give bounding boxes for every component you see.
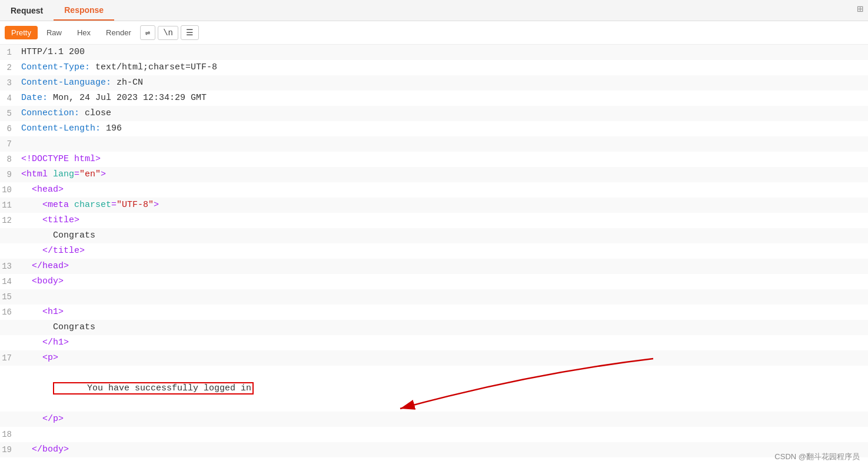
- code-line-8: 8 <!DOCTYPE html>: [0, 152, 868, 167]
- html-attr-val: "UTF-8": [117, 200, 154, 210]
- html-tag: </body>: [21, 444, 69, 454]
- line-num-7: 7: [0, 136, 19, 152]
- header-key: Date:: [21, 93, 53, 103]
- toolbar: Pretty Raw Hex Render ⇌ \n ☰: [0, 21, 868, 45]
- code-line-16c: 16 </h1>: [0, 335, 868, 350]
- code-area: 1 HTTP/1.1 200 2 Content-Type: text/html…: [0, 45, 868, 468]
- line-content-15: [19, 289, 868, 305]
- wrap-icon: ⇌: [145, 28, 150, 38]
- header-val: text/html;charset=UTF-8: [95, 62, 217, 72]
- code-line-12c: 12 </title>: [0, 243, 868, 259]
- wrap-button[interactable]: ⇌: [140, 25, 155, 40]
- code-line-12b: 12 Congrats: [0, 228, 868, 243]
- grid-icon[interactable]: ⊞: [857, 2, 863, 15]
- tab-request[interactable]: Request: [0, 1, 54, 20]
- line-num-18: 18: [0, 427, 19, 442]
- header-key: Connection:: [21, 108, 85, 118]
- line-content-12c: </title>: [19, 243, 868, 259]
- text-content: Congrats: [21, 322, 95, 332]
- line-content-5: Connection: close: [19, 106, 868, 121]
- code-line-13: 13 </head>: [0, 259, 868, 274]
- code-line-18: 18: [0, 427, 868, 442]
- line-content-17: <p>: [19, 350, 868, 366]
- line-num-6: 6: [0, 121, 19, 136]
- header-val: Mon, 24 Jul 2023 12:34:29 GMT: [53, 93, 207, 103]
- code-line-16b: 16 Congrats: [0, 320, 868, 335]
- line-content-16c: </h1>: [19, 335, 868, 350]
- html-attr: lang: [53, 169, 74, 179]
- line-num-13: 13: [0, 259, 19, 274]
- html-tag: <!DOCTYPE html>: [21, 154, 101, 164]
- line-content-18: [19, 427, 868, 442]
- tab-bar: Request Response: [0, 0, 868, 21]
- hex-button[interactable]: Hex: [71, 26, 97, 39]
- tab-response[interactable]: Response: [54, 1, 114, 21]
- watermark: CSDN @翻斗花园程序员: [774, 452, 860, 462]
- html-tag: <meta: [21, 200, 74, 210]
- html-tag: >: [154, 200, 159, 210]
- line-num-15: 15: [0, 289, 19, 305]
- code-line-2: 2 Content-Type: text/html;charset=UTF-8: [0, 60, 868, 75]
- header-val: 196: [106, 123, 122, 133]
- code-line-9: 9 <html lang="en">: [0, 167, 868, 182]
- highlight-box: You have successfully logged in: [53, 382, 254, 395]
- html-tag: </head>: [21, 261, 69, 271]
- html-tag: <p>: [21, 353, 58, 363]
- line-content-3: Content-Language: zh-CN: [19, 75, 868, 91]
- line-content-16b: Congrats: [19, 320, 868, 335]
- html-tag: </p>: [21, 414, 64, 424]
- code-line-17b: 17 You have successfully logged in: [0, 366, 868, 412]
- html-tag: =: [111, 200, 117, 210]
- header-key: Content-Type:: [21, 62, 95, 72]
- line-content-12b: Congrats: [19, 228, 868, 243]
- line-content-17b: You have successfully logged in: [19, 366, 868, 412]
- line-content-9: <html lang="en">: [19, 167, 868, 182]
- code-line-5: 5 Connection: close: [0, 106, 868, 121]
- line-num-11: 11: [0, 198, 19, 213]
- html-tag: >: [101, 169, 106, 179]
- line-content-13: </head>: [19, 259, 868, 274]
- html-tag: <body>: [21, 276, 64, 286]
- line-content-1: HTTP/1.1 200: [19, 45, 868, 60]
- line-content-19: </body>: [19, 442, 868, 457]
- pretty-button[interactable]: Pretty: [5, 26, 38, 39]
- line-num-4: 4: [0, 91, 19, 106]
- raw-button[interactable]: Raw: [40, 26, 68, 39]
- line-num-2: 2: [0, 60, 19, 75]
- html-tag: =: [74, 169, 79, 179]
- line-num-17: 17: [0, 350, 19, 366]
- newline-button[interactable]: \n: [158, 26, 178, 40]
- newline-icon: \n: [163, 28, 173, 38]
- line-num-12: 12: [0, 213, 19, 228]
- line-content-6: Content-Length: 196: [19, 121, 868, 136]
- line-num-9: 9: [0, 167, 19, 182]
- code-line-19: 19 </body>: [0, 442, 868, 457]
- line-num-8: 8: [0, 152, 19, 167]
- line-num-19: 19: [0, 442, 19, 457]
- line-num-14: 14: [0, 274, 19, 289]
- code-line-16: 16 <h1>: [0, 305, 868, 320]
- line-content-14: <body>: [19, 274, 868, 289]
- line-content-2: Content-Type: text/html;charset=UTF-8: [19, 60, 868, 75]
- code-line-1: 1 HTTP/1.1 200: [0, 45, 868, 60]
- line-content-8: <!DOCTYPE html>: [19, 152, 868, 167]
- line-num-10: 10: [0, 182, 19, 198]
- html-tag: <h1>: [21, 307, 64, 317]
- code-line-15: 15: [0, 289, 868, 305]
- html-tag: <html: [21, 169, 53, 179]
- header-val: zh-CN: [117, 78, 143, 88]
- render-button[interactable]: Render: [99, 26, 138, 39]
- html-attr: charset: [74, 200, 111, 210]
- line-content-7: [19, 136, 868, 152]
- line-num-5: 5: [0, 106, 19, 121]
- line-content-11: <meta charset="UTF-8">: [19, 198, 868, 213]
- line-content-4: Date: Mon, 24 Jul 2023 12:34:29 GMT: [19, 91, 868, 106]
- code-line-4: 4 Date: Mon, 24 Jul 2023 12:34:29 GMT: [0, 91, 868, 106]
- line-num-1: 1: [0, 45, 19, 60]
- menu-button[interactable]: ☰: [181, 25, 199, 40]
- code-line-14: 14 <body>: [0, 274, 868, 289]
- grid-icons: ⊞: [857, 2, 863, 15]
- line-num-3: 3: [0, 75, 19, 91]
- code-line-17c: 17 </p>: [0, 412, 868, 427]
- code-line-6: 6 Content-Length: 196: [0, 121, 868, 136]
